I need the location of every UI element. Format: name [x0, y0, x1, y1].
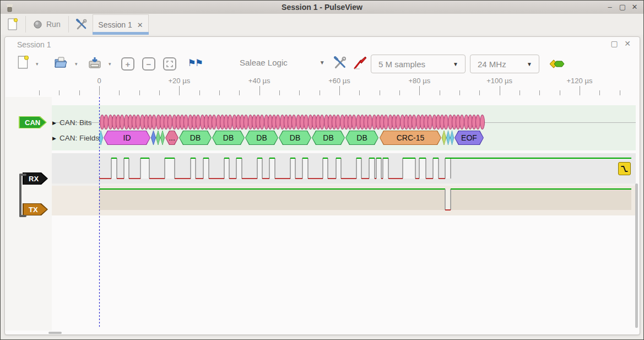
titlebar[interactable]: Session 1 - PulseView – ▢ ✕ [1, 1, 643, 14]
session-window-title: Session 1 [17, 40, 51, 49]
ruler-major-tick [259, 86, 260, 95]
zoom-out-icon: − [147, 60, 151, 69]
sample-count-value: 5 M samples [378, 60, 425, 69]
ruler-minor-tick [139, 90, 140, 95]
ruler-label: 0 [97, 77, 101, 85]
ruler-minor-tick [320, 90, 320, 95]
ruler-major-tick [419, 86, 420, 95]
session-window: Session 1 ▢ ✕ ▾ ▾ ▾ [4, 36, 640, 335]
ruler-minor-tick [399, 90, 400, 95]
ruler-minor-tick [560, 90, 560, 95]
open-file-button[interactable] [53, 55, 68, 69]
ruler-minor-tick [599, 90, 600, 95]
sample-rate-value: 24 MHz [478, 60, 506, 69]
run-led-icon [34, 20, 42, 29]
ruler-minor-tick [519, 90, 520, 95]
ruler-minor-tick [359, 90, 360, 95]
new-session-button[interactable] [4, 15, 21, 33]
tab-active-underline [93, 32, 149, 35]
device-selector-label: Saleae Logic [240, 58, 288, 67]
ruler-major-tick [580, 86, 580, 95]
open-folder-icon [54, 56, 67, 68]
ruler-label: +100 µs [486, 77, 512, 85]
zoom-in-button[interactable]: + [121, 57, 134, 71]
ruler-minor-tick [279, 90, 280, 95]
main-toolbar: Run Session 1 ✕ [1, 14, 643, 35]
ruler-label: +80 µs [408, 77, 430, 85]
probe-button[interactable] [353, 55, 368, 71]
maximize-button[interactable]: ▢ [616, 1, 629, 14]
new-file-dropdown-icon[interactable]: ▾ [36, 61, 39, 67]
horizontal-scrollbar[interactable] [48, 332, 62, 334]
vertical-scrollbar[interactable] [635, 184, 638, 328]
new-file-button[interactable] [16, 55, 30, 69]
new-document-icon [17, 56, 29, 69]
zoom-fit-icon [166, 61, 173, 67]
settings-button[interactable] [73, 15, 90, 33]
sample-rate-select[interactable]: 24 MHz ▼ [470, 55, 539, 73]
save-button[interactable] [88, 55, 102, 69]
trigger-marker[interactable] [618, 162, 631, 175]
ruler-minor-tick [39, 90, 40, 95]
add-decoder-button[interactable] [549, 58, 566, 70]
ruler-major-tick [500, 86, 500, 95]
ruler-minor-tick [59, 90, 59, 95]
ruler-minor-tick [380, 90, 380, 95]
toolbar-separator [68, 16, 69, 33]
toolbar-separator [25, 16, 26, 33]
window-title: Session 1 - PulseView [1, 1, 643, 14]
save-dropdown-icon[interactable]: ▾ [109, 61, 111, 67]
ruler-label: +20 µs [169, 77, 191, 85]
chevron-down-icon: ▼ [527, 61, 532, 67]
channel-group-bracket[interactable] [19, 174, 26, 217]
ruler-label: +60 µs [328, 77, 350, 85]
ruler-minor-tick [119, 90, 120, 95]
pulseview-window: Session 1 - PulseView – ▢ ✕ Run [0, 0, 644, 340]
zoom-fit-button[interactable] [163, 57, 176, 71]
waveform-canvas[interactable] [52, 97, 636, 331]
ruler-minor-tick [479, 90, 480, 95]
probe-icon [353, 56, 367, 70]
tag-label: TX [24, 204, 47, 215]
tag-label: CAN [20, 117, 46, 128]
ruler-minor-tick [219, 90, 220, 95]
ruler-minor-tick [440, 90, 440, 95]
time-ruler[interactable]: 0+20 µs+40 µs+60 µs+80 µs+100 µs+120 µs [5, 77, 640, 98]
ruler-major-tick [99, 86, 100, 95]
ruler-minor-tick [199, 90, 200, 95]
sample-count-select[interactable]: 5 M samples ▼ [371, 55, 466, 73]
chevron-down-icon: ▼ [453, 61, 458, 67]
ruler-major-tick [339, 86, 340, 95]
device-selector[interactable]: Saleae Logic ▼ [240, 58, 325, 67]
zoom-in-icon: + [126, 60, 131, 69]
ruler-minor-tick [159, 90, 160, 95]
ruler-minor-tick [539, 90, 540, 95]
save-icon [88, 56, 101, 69]
decoder-icon [550, 59, 565, 69]
chevron-down-icon: ▼ [320, 60, 325, 66]
minimize-button[interactable]: – [604, 1, 616, 14]
close-button[interactable]: ✕ [629, 1, 641, 14]
ruler-minor-tick [299, 90, 300, 95]
ruler-major-tick [179, 86, 180, 95]
run-button-label: Run [46, 20, 61, 29]
ruler-minor-tick [459, 90, 460, 95]
session-close-button[interactable]: ✕ [622, 39, 633, 48]
new-document-icon [7, 18, 18, 30]
ruler-label: +120 µs [567, 77, 593, 85]
tag-label: RX [24, 173, 47, 184]
cursors-button[interactable]: ⚑⚑ [187, 56, 203, 70]
channels-button[interactable] [333, 55, 348, 71]
ruler-label: +40 µs [248, 77, 270, 85]
ruler-minor-tick [620, 90, 620, 95]
flags-icon: ⚑⚑ [188, 57, 202, 69]
session-restore-button[interactable]: ▢ [609, 39, 620, 48]
wrench-screwdriver-icon [76, 19, 88, 30]
tab-label: Session 1 [98, 20, 132, 29]
tab-close-icon[interactable]: ✕ [137, 21, 143, 29]
falling-edge-icon [620, 165, 629, 173]
ruler-minor-tick [79, 90, 80, 95]
open-file-dropdown-icon[interactable]: ▾ [75, 61, 78, 67]
wrench-screwdriver-icon [334, 56, 347, 69]
zoom-out-button[interactable]: − [142, 57, 155, 71]
